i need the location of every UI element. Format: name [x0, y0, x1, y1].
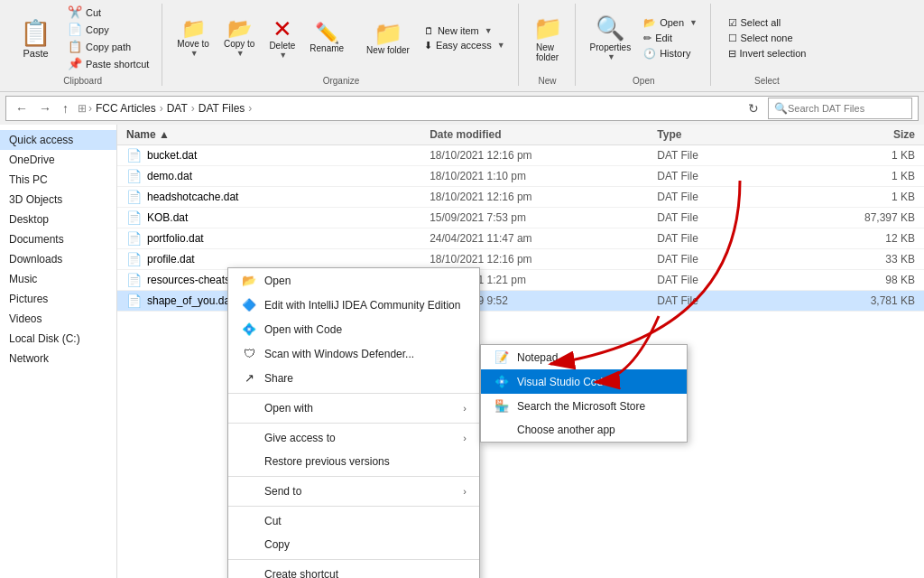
vscode-icon: 💠	[494, 375, 510, 388]
ctx-create-shortcut[interactable]: Create shortcut	[228, 563, 479, 578]
ctx-divider-3	[228, 476, 479, 477]
file-list-header: Name ▲ Date modified Type Size	[117, 125, 924, 145]
select-all-icon: ☑	[728, 17, 737, 29]
paste-button[interactable]: 📋 Paste	[11, 4, 60, 72]
table-row[interactable]: 📄demo.dat 18/10/2021 1:10 pm DAT File 1 …	[117, 166, 924, 187]
sub-notepad[interactable]: 📝 Notepad	[481, 345, 687, 369]
sidebar-item-local-disk[interactable]: Local Disk (C:)	[0, 329, 116, 349]
new-folder-button[interactable]: 📁 New folder	[361, 18, 415, 59]
ctx-send-to[interactable]: Send to ›	[228, 480, 479, 503]
sub-vscode[interactable]: 💠 Visual Studio Code	[481, 369, 687, 394]
paste-icon: 📋	[20, 18, 51, 48]
easy-access-button[interactable]: ⬇ Easy access ▼	[419, 38, 511, 53]
rename-icon: ✏️	[315, 23, 339, 43]
new-item-icon: 🗒	[424, 25, 434, 36]
select-none-icon: ☐	[728, 33, 737, 44]
ctx-intellij-icon: 🔷	[241, 298, 257, 312]
copy-path-icon: 📋	[68, 40, 82, 53]
breadcrumb-datfiles[interactable]: DAT Files	[197, 102, 247, 115]
properties-button[interactable]: 🔍 Properties ▼	[585, 11, 637, 65]
header-date[interactable]: Date modified	[430, 128, 657, 141]
refresh-button[interactable]: ↻	[744, 99, 762, 117]
ctx-cut[interactable]: Cut	[228, 509, 479, 533]
ribbon-group-clipboard: 📋 Paste ✂️ Cut 📄 Copy 📋 Copy path 📌	[4, 4, 162, 86]
edit-icon: ✏	[643, 33, 651, 44]
ctx-defender[interactable]: 🛡Scan with Windows Defender...	[228, 341, 479, 366]
file-icon: 📄	[126, 252, 142, 266]
nav-buttons: ← → ↑	[12, 99, 72, 117]
header-size[interactable]: Size	[808, 128, 915, 141]
sidebar-item-documents[interactable]: Documents	[0, 229, 116, 249]
forward-button[interactable]: →	[35, 99, 55, 117]
sidebar-item-pictures[interactable]: Pictures	[0, 289, 116, 309]
copy-path-button[interactable]: 📋 Copy path	[62, 38, 154, 55]
sidebar-item-this-pc[interactable]: This PC	[0, 170, 116, 190]
breadcrumb-fcc[interactable]: FCC Articles	[94, 102, 158, 115]
select-none-button[interactable]: ☐ Select none	[723, 31, 812, 46]
ctx-open-with[interactable]: Open with ›	[228, 396, 479, 420]
new-folder-icon: 📁	[374, 22, 402, 45]
ctx-open[interactable]: 📂Open	[228, 268, 479, 293]
new-folder-btn2[interactable]: 📁 Newfolder	[528, 11, 568, 66]
sub-choose-app[interactable]: Choose another app	[481, 418, 687, 442]
ctx-defender-icon: 🛡	[241, 347, 257, 360]
file-icon: 📄	[126, 210, 142, 225]
search-icon: 🔍	[774, 102, 788, 115]
search-box: 🔍	[768, 98, 912, 119]
select-all-button[interactable]: ☑ Select all	[723, 15, 812, 31]
ctx-vscode-icon: 💠	[241, 322, 257, 336]
search-input[interactable]	[788, 103, 896, 114]
sidebar-item-music[interactable]: Music	[0, 269, 116, 289]
open-edit-history: 📂 Open ▼ ✏ Edit 🕐 History	[638, 15, 703, 61]
store-icon: 🏪	[494, 399, 510, 413]
file-icon: 📄	[126, 294, 142, 308]
sidebar-item-onedrive[interactable]: OneDrive	[0, 150, 116, 170]
move-to-button[interactable]: 📁 Move to ▼	[171, 15, 215, 61]
sidebar-item-videos[interactable]: Videos	[0, 309, 116, 329]
new-item-button[interactable]: 🗒 New item ▼	[419, 23, 511, 38]
back-button[interactable]: ←	[12, 99, 32, 117]
ctx-intellij[interactable]: 🔷Edit with IntelliJ IDEA Community Editi…	[228, 293, 479, 317]
paste-shortcut-button[interactable]: 📌 Paste shortcut	[62, 55, 154, 72]
ctx-open-icon: 📂	[241, 274, 257, 287]
ctx-share[interactable]: ↗Share	[228, 366, 479, 390]
copy-to-icon: 📂	[227, 19, 252, 39]
sub-store[interactable]: 🏪 Search the Microsoft Store	[481, 394, 687, 418]
table-row[interactable]: 📄portfolio.dat 24/04/2021 11:47 am DAT F…	[117, 228, 924, 249]
header-name[interactable]: Name ▲	[126, 128, 430, 141]
ctx-divider-2	[228, 423, 479, 424]
sidebar-item-quick-access[interactable]: Quick access	[0, 130, 116, 150]
ctx-copy[interactable]: Copy	[228, 533, 479, 556]
breadcrumb: ⊞ › FCC Articles › DAT › DAT Files ›	[78, 102, 735, 115]
paste-label: Paste	[23, 48, 48, 59]
context-menu: 📂Open 🔷Edit with IntelliJ IDEA Community…	[227, 267, 480, 578]
header-type[interactable]: Type	[657, 128, 808, 141]
ribbon: 📋 Paste ✂️ Cut 📄 Copy 📋 Copy path 📌	[0, 0, 924, 92]
table-row[interactable]: 📄headshotcache.dat 18/10/2021 12:16 pm D…	[117, 187, 924, 208]
copy-button[interactable]: 📄 Copy	[62, 21, 154, 38]
cut-button[interactable]: ✂️ Cut	[62, 4, 154, 21]
ribbon-group-open: 🔍 Properties ▼ 📂 Open ▼ ✏ Edit 🕐 History	[578, 4, 711, 86]
sidebar-item-network[interactable]: Network	[0, 349, 116, 368]
sidebar-item-3d-objects[interactable]: 3D Objects	[0, 190, 116, 210]
edit-button[interactable]: ✏ Edit	[638, 31, 703, 46]
sidebar-item-desktop[interactable]: Desktop	[0, 210, 116, 229]
table-row[interactable]: 📄KOB.dat 15/09/2021 7:53 pm DAT File 87,…	[117, 208, 924, 228]
invert-selection-button[interactable]: ⊟ Invert selection	[723, 46, 812, 61]
ctx-give-access[interactable]: Give access to ›	[228, 426, 479, 450]
open-button[interactable]: 📂 Open ▼	[638, 15, 703, 31]
notepad-icon: 📝	[494, 350, 510, 364]
copy-to-button[interactable]: 📂 Copy to ▼	[218, 15, 260, 61]
table-row[interactable]: 📄bucket.dat 18/10/2021 12:16 pm DAT File…	[117, 145, 924, 166]
submenu-open-with: 📝 Notepad 💠 Visual Studio Code 🏪 Search …	[480, 344, 688, 443]
breadcrumb-dat[interactable]: DAT	[165, 102, 189, 115]
rename-button[interactable]: ✏️ Rename	[304, 20, 349, 57]
up-button[interactable]: ↑	[59, 99, 72, 117]
cut-icon: ✂️	[68, 5, 82, 19]
file-icon: 📄	[126, 148, 142, 163]
ctx-vscode[interactable]: 💠Open with Code	[228, 317, 479, 341]
delete-button[interactable]: ✕ Delete ▼	[263, 14, 300, 63]
sidebar-item-downloads[interactable]: Downloads	[0, 249, 116, 269]
ctx-restore-versions[interactable]: Restore previous versions	[228, 450, 479, 473]
history-button[interactable]: 🕐 History	[638, 46, 703, 61]
